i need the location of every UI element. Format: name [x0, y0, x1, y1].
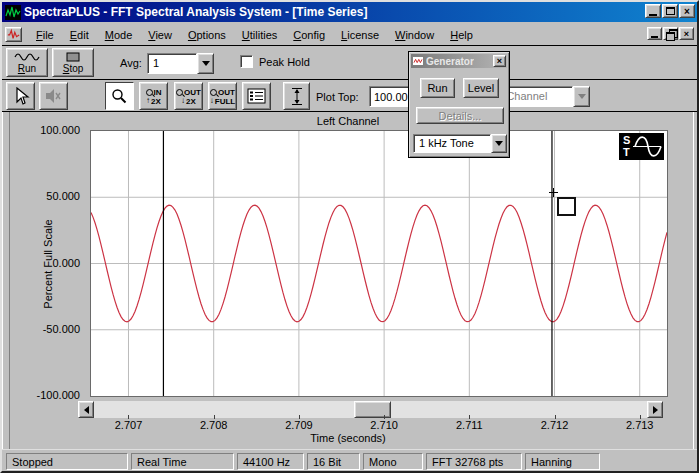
status-window-function: Hanning [525, 453, 600, 470]
time-marker-handle[interactable] [557, 197, 576, 216]
menu-view[interactable]: View [140, 26, 180, 44]
menu-bar: File Edit Mode View Options Utilities Co… [2, 24, 697, 45]
chevron-down-icon [578, 94, 586, 99]
options-dialog-icon [247, 88, 266, 104]
plot-options-button[interactable] [242, 82, 271, 110]
magnifier-mini-icon [210, 89, 217, 96]
zoom-out-2x-button[interactable]: OUT ↓2X [174, 82, 203, 110]
generator-signal-combobox[interactable]: 1 kHz Tone [413, 134, 507, 153]
zoom-out-full-button[interactable]: OUT ↓FULL [208, 82, 237, 110]
x-tick-label: 2.713 [618, 419, 662, 431]
magnifier-icon [111, 88, 128, 105]
avg-label: Avg: [120, 57, 142, 69]
stop-button[interactable]: Stop [52, 48, 94, 77]
dropdown-arrow-button[interactable] [197, 53, 214, 74]
menu-config[interactable]: Config [285, 26, 333, 44]
menu-mode[interactable]: Mode [97, 26, 141, 44]
zoom-out-text: OUT [184, 88, 201, 97]
x-tick-label: 2.710 [362, 419, 406, 431]
x-tick-label: 2.711 [447, 419, 491, 431]
scroll-right-button[interactable] [647, 401, 663, 418]
generator-title-bar[interactable]: Generator × [411, 54, 507, 68]
y-tick-label: 100.000 [18, 124, 80, 136]
sine-wave-icon [14, 51, 40, 63]
monitor-audio-button [39, 82, 68, 110]
status-channels: Mono [363, 453, 423, 470]
mdi-restore-button[interactable] [663, 27, 678, 40]
close-icon: × [684, 29, 689, 39]
plot-range-button[interactable] [283, 82, 310, 110]
plot-top-label: Plot Top: [316, 91, 359, 103]
run-button-label: Run [18, 63, 36, 74]
generator-level-button[interactable]: Level [463, 78, 499, 98]
chevron-down-icon [495, 141, 503, 146]
menu-file[interactable]: File [28, 26, 62, 44]
scroll-left-button[interactable] [78, 401, 94, 418]
maximize-button[interactable] [662, 4, 678, 18]
dropdown-arrow-button [573, 86, 590, 107]
scrollbar-thumb[interactable] [354, 401, 391, 418]
avg-combobox[interactable]: 1 [147, 53, 214, 74]
right-pane-edge [693, 112, 699, 449]
arrow-down-icon: ↓ [210, 97, 214, 105]
run-button[interactable]: Run [6, 48, 48, 77]
magnifier-mini-icon [146, 89, 153, 96]
waveform-plot-area[interactable] [90, 130, 668, 397]
menu-utilities[interactable]: Utilities [234, 26, 285, 44]
x-axis-title: Time (seconds) [248, 432, 448, 444]
generator-close-button[interactable]: × [493, 55, 506, 67]
generator-run-button[interactable]: Run [420, 78, 455, 98]
menu-edit[interactable]: Edit [62, 26, 97, 44]
spectraplus-logo: S T [619, 133, 664, 160]
magnifier-mini-icon [176, 89, 183, 96]
mdi-minimize-button[interactable] [647, 27, 662, 40]
menu-options[interactable]: Options [180, 26, 234, 44]
x-tick-label: 2.708 [192, 419, 236, 431]
restore-icon [666, 29, 676, 38]
vertical-range-icon [288, 87, 306, 106]
peak-hold-label: Peak Hold [259, 56, 310, 68]
status-fft-size: FFT 32768 pts [426, 453, 522, 470]
select-cursor-button[interactable] [6, 82, 35, 110]
minimize-icon [649, 14, 657, 16]
y-tick-label: -50.000 [18, 323, 80, 335]
separator [2, 111, 697, 112]
waveform-chart[interactable] [91, 131, 667, 396]
y-tick-label: 0.000 [18, 257, 80, 269]
left-pane-edge [2, 112, 10, 449]
x-tick-label: 2.712 [533, 419, 577, 431]
zoom-full-text: OUT [218, 88, 235, 97]
zoom-tool-button[interactable] [105, 82, 134, 110]
generator-window-icon [412, 56, 424, 66]
menu-help[interactable]: Help [442, 26, 481, 44]
menu-license[interactable]: License [333, 26, 387, 44]
status-bar: Stopped Real Time 44100 Hz 16 Bit Mono F… [2, 449, 697, 471]
maximize-icon [666, 7, 675, 15]
avg-value: 1 [147, 53, 197, 74]
generator-window: Generator × Run Level Details... 1 kHz T… [408, 51, 510, 158]
crosshair-cursor-icon [549, 188, 558, 197]
horizontal-scrollbar[interactable] [78, 401, 663, 418]
separator [2, 45, 697, 46]
speaker-icon [44, 87, 63, 105]
arrow-cursor-icon [12, 87, 30, 106]
zoom-in-2x-button[interactable]: IN ↑2X [139, 82, 168, 110]
zoom-full-factor: FULL [215, 97, 235, 106]
generator-title: Generator [426, 56, 474, 67]
zoom-out-factor: 2X [186, 97, 196, 106]
x-tick-label: 2.707 [106, 419, 150, 431]
stop-button-label: Stop [63, 63, 84, 74]
logo-letter-s: S [623, 134, 630, 146]
peak-hold-checkbox[interactable] [240, 55, 253, 68]
minimize-button[interactable] [645, 4, 661, 18]
generator-details-button: Details... [416, 107, 504, 124]
close-icon: × [684, 6, 690, 17]
mdi-close-button[interactable]: × [679, 27, 694, 40]
dropdown-arrow-button[interactable] [491, 134, 507, 153]
title-bar: SpectraPLUS - FFT Spectral Analysis Syst… [2, 2, 697, 22]
arrow-up-icon: ↑ [146, 97, 150, 105]
app-icon[interactable] [5, 5, 21, 20]
menu-window[interactable]: Window [387, 26, 442, 44]
close-button[interactable]: × [679, 4, 695, 18]
time-series-window-icon[interactable] [5, 27, 22, 42]
